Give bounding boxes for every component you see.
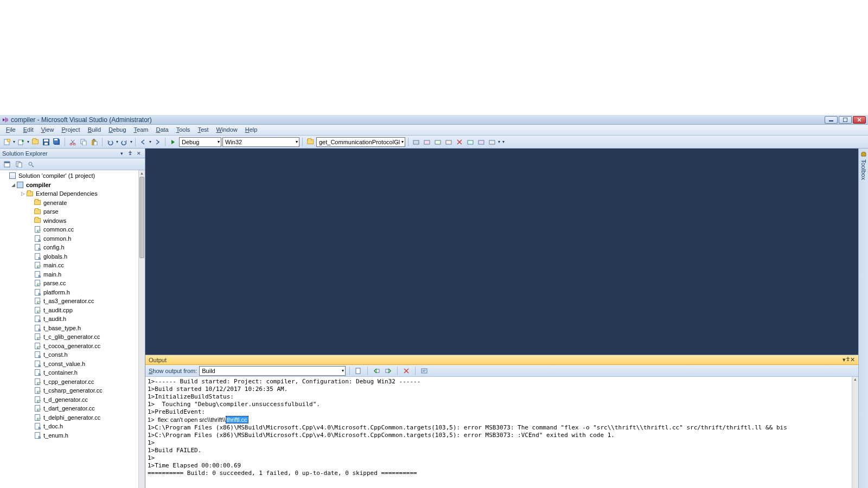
pin-icon[interactable] <box>846 357 850 363</box>
undo-button[interactable] <box>105 137 115 147</box>
redo-button[interactable] <box>119 137 129 147</box>
file-main-cc[interactable]: main.cc <box>0 261 138 270</box>
file-config-h[interactable]: config.h <box>0 243 138 252</box>
project-node[interactable]: ◢compiler <box>0 181 138 190</box>
file-t_csharp_generator-cc[interactable]: t_csharp_generator.cc <box>0 386 138 395</box>
panel-menu-icon[interactable]: ▾ <box>118 150 125 157</box>
output-source-dropdown[interactable]: Build▾ <box>199 366 346 376</box>
close-button[interactable] <box>853 116 866 124</box>
save-button[interactable] <box>41 137 51 147</box>
file-platform-h[interactable]: platform.h <box>0 288 138 297</box>
output-text[interactable]: 1>------ Build started: Project: compile… <box>145 377 858 488</box>
open-button[interactable] <box>30 137 40 147</box>
folder-parse[interactable]: parse <box>0 207 138 216</box>
file-t_base_type-h[interactable]: t_base_type.h <box>0 324 138 333</box>
toolbar-extra-8[interactable] <box>487 137 497 147</box>
dropdown-arrow-icon[interactable]: ▾ <box>149 139 151 144</box>
file-t_cpp_generator-cc[interactable]: t_cpp_generator.cc <box>0 377 138 387</box>
find-message-button[interactable] <box>354 366 363 376</box>
panel-close-icon[interactable]: ✕ <box>135 150 143 157</box>
platform-dropdown[interactable]: Win32▾ <box>222 137 299 147</box>
titlebar[interactable]: compiler - Microsoft Visual Studio (Admi… <box>0 115 868 125</box>
file-t_cocoa_generator-cc[interactable]: t_cocoa_generator.cc <box>0 342 138 351</box>
dropdown-arrow-icon[interactable]: ▾ <box>13 139 15 144</box>
panel-close-icon[interactable]: ✕ <box>850 356 855 363</box>
folder-generate[interactable]: generate <box>0 198 138 208</box>
toolbar-extra-5[interactable] <box>455 137 464 147</box>
menu-file[interactable]: File <box>2 125 20 135</box>
solution-node[interactable]: Solution 'compiler' (1 project) <box>0 171 138 181</box>
solution-tree[interactable]: Solution 'compiler' (1 project)◢compiler… <box>0 170 138 488</box>
menu-help[interactable]: Help <box>241 125 261 135</box>
nav-back-button[interactable] <box>138 137 148 147</box>
paste-button[interactable] <box>90 137 99 147</box>
copy-button[interactable] <box>79 137 88 147</box>
toolbar-extra-3[interactable] <box>433 137 443 147</box>
folder-windows[interactable]: windows <box>0 216 138 226</box>
file-common-cc[interactable]: common.cc <box>0 225 138 234</box>
file-t_dart_generator-cc[interactable]: t_dart_generator.cc <box>0 404 138 413</box>
nav-forward-button[interactable] <box>152 137 162 147</box>
file-t_container-h[interactable]: t_container.h <box>0 368 138 377</box>
toolbar-extra-1[interactable] <box>411 137 421 147</box>
view-code-button[interactable] <box>26 159 36 169</box>
file-t_const-h[interactable]: t_const.h <box>0 350 138 359</box>
toggle-wrap-button[interactable] <box>419 366 429 376</box>
editor-area[interactable] <box>145 149 868 355</box>
configuration-dropdown[interactable]: Debug▾ <box>179 137 221 147</box>
clear-output-button[interactable] <box>401 366 411 376</box>
save-all-button[interactable] <box>52 137 62 147</box>
file-t_doc-h[interactable]: t_doc.h <box>0 422 138 431</box>
menu-project[interactable]: Project <box>58 125 84 135</box>
menu-window[interactable]: Window <box>213 125 241 135</box>
cut-button[interactable] <box>68 137 78 147</box>
file-t_audit-cpp[interactable]: t_audit.cpp <box>0 306 138 315</box>
start-debug-button[interactable] <box>168 137 178 147</box>
dropdown-arrow-icon[interactable]: ▾ <box>498 139 500 144</box>
file-t_delphi_generator-cc[interactable]: t_delphi_generator.cc <box>0 413 138 422</box>
file-t_const_value-h[interactable]: t_const_value.h <box>0 359 138 369</box>
file-t_enum-h[interactable]: t_enum.h <box>0 431 138 440</box>
properties-button[interactable] <box>2 159 12 169</box>
menu-debug[interactable]: Debug <box>105 125 130 135</box>
dropdown-arrow-icon[interactable]: ▾ <box>116 139 118 144</box>
menu-edit[interactable]: Edit <box>20 125 37 135</box>
toolbar-extra-4[interactable] <box>444 137 454 147</box>
dropdown-arrow-icon[interactable]: ▾ <box>27 139 29 144</box>
external-dependencies-node[interactable]: ▷External Dependencies <box>0 189 138 198</box>
output-header[interactable]: Output ▾ ✕ <box>145 355 858 365</box>
find-in-files-button[interactable] <box>305 137 315 147</box>
toolbox-tab[interactable]: Toolbox <box>858 149 868 488</box>
menu-tools[interactable]: Tools <box>173 125 194 135</box>
file-t_c_glib_generator-cc[interactable]: t_c_glib_generator.cc <box>0 332 138 342</box>
tree-twisty-icon[interactable]: ◢ <box>10 182 16 188</box>
output-scrollbar[interactable]: ▲ <box>852 377 858 488</box>
toolbar-extra-7[interactable] <box>476 137 486 147</box>
pin-icon[interactable] <box>126 150 134 157</box>
menu-view[interactable]: View <box>37 125 58 135</box>
file-t_d_generator-cc[interactable]: t_d_generator.cc <box>0 395 138 404</box>
file-globals-h[interactable]: globals.h <box>0 252 138 261</box>
file-main-h[interactable]: main.h <box>0 270 138 279</box>
toolbar-overflow-icon[interactable]: ▾ <box>502 139 505 144</box>
solution-explorer-header[interactable]: Solution Explorer ▾ ✕ <box>0 149 145 158</box>
show-all-files-button[interactable] <box>14 159 24 169</box>
menu-test[interactable]: Test <box>194 125 212 135</box>
tree-twisty-icon[interactable]: ▷ <box>20 191 26 196</box>
file-common-h[interactable]: common.h <box>0 234 138 243</box>
file-t_audit-h[interactable]: t_audit.h <box>0 314 138 324</box>
dropdown-arrow-icon[interactable]: ▾ <box>130 139 132 144</box>
menu-team[interactable]: Team <box>130 125 152 135</box>
prev-message-button[interactable] <box>372 366 381 376</box>
toolbar-extra-2[interactable] <box>422 137 432 147</box>
menu-data[interactable]: Data <box>152 125 172 135</box>
find-dropdown[interactable]: get_CommunicationProtocolGl▾ <box>316 137 405 147</box>
next-message-button[interactable] <box>384 366 393 376</box>
minimize-button[interactable] <box>825 116 838 124</box>
file-t_as3_generator-cc[interactable]: t_as3_generator.cc <box>0 297 138 306</box>
maximize-button[interactable] <box>839 116 852 124</box>
menu-build[interactable]: Build <box>84 125 105 135</box>
tree-scrollbar[interactable]: ▲ <box>138 170 145 488</box>
file-parse-cc[interactable]: parse.cc <box>0 279 138 288</box>
scrollbar-thumb[interactable] <box>139 177 144 258</box>
